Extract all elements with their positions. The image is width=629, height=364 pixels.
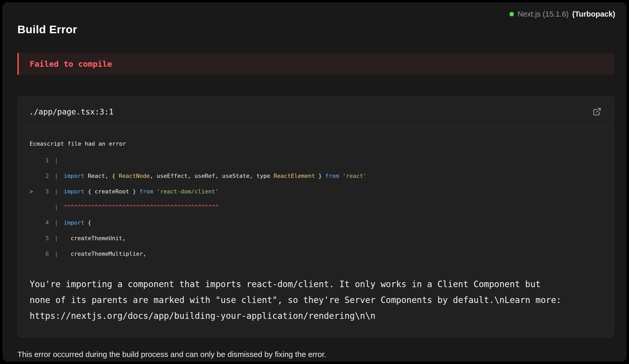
- line-number: 4: [42, 215, 49, 231]
- error-frame-card: ./app/page.tsx:3:1 Ecmascript file had a…: [17, 96, 614, 338]
- code-line: >3|import { createRoot } from 'react-dom…: [30, 184, 602, 199]
- gutter-spacer: [30, 215, 42, 231]
- gutter-spacer: [30, 231, 42, 246]
- page-title: Build Error: [17, 23, 626, 36]
- external-link-icon: [593, 107, 601, 116]
- code-token: { createRoot }: [84, 188, 140, 195]
- code-token: createThemeMultiplier,: [64, 251, 146, 257]
- code-content: createThemeUnit,: [64, 231, 125, 246]
- code-token: from: [325, 173, 339, 179]
- code-content: ^^^^^^^^^^^^^^^^^^^^^^^^^^^^^^^^^^^^^^^^…: [64, 199, 219, 215]
- gutter-spacer: [30, 199, 42, 215]
- code-content: import { createRoot } from 'react-dom/cl…: [64, 184, 219, 199]
- code-token: from: [140, 188, 153, 195]
- gutter-divider: |: [55, 215, 58, 231]
- gutter-divider: |: [55, 168, 58, 184]
- line-number: 6: [42, 246, 49, 262]
- gutter-divider: |: [55, 199, 58, 215]
- line-number: 1: [42, 153, 49, 168]
- line-number: [42, 199, 49, 215]
- code-token: 'react': [342, 173, 367, 179]
- line-number: 3: [42, 184, 49, 199]
- line-number: 2: [42, 168, 49, 184]
- code-token: [153, 188, 157, 195]
- footer-note: This error occurred during the build pro…: [17, 350, 612, 359]
- gutter-divider: |: [55, 231, 58, 246]
- code-content: import React, { ReactNode, useEffect, us…: [64, 168, 367, 184]
- code-token: ReactElement: [274, 173, 315, 179]
- gutter-divider: |: [55, 153, 58, 168]
- status-dot-icon: [509, 12, 514, 16]
- gutter-divider: |: [55, 184, 58, 199]
- code-token: [339, 173, 342, 179]
- code-token: ReactNode: [119, 173, 150, 179]
- open-in-editor-button[interactable]: [592, 106, 602, 117]
- code-token: createThemeUnit,: [64, 235, 125, 241]
- code-content: import {: [64, 215, 91, 231]
- code-line: |^^^^^^^^^^^^^^^^^^^^^^^^^^^^^^^^^^^^^^^…: [30, 199, 602, 215]
- code-lines: 1| 2|import React, { ReactNode, useEffec…: [30, 153, 602, 262]
- error-frame-body: Ecmascript file had an error 1| 2|import…: [18, 127, 614, 337]
- line-number: 5: [42, 231, 49, 246]
- code-token: , useEffect, useRef, useState, type: [150, 173, 274, 179]
- gutter-spacer: [30, 153, 42, 168]
- code-token: React, {: [84, 173, 119, 179]
- bundler-label: (Turbopack): [572, 10, 615, 18]
- gutter-divider: |: [55, 246, 58, 262]
- code-token: ^^^^^^^^^^^^^^^^^^^^^^^^^^^^^^^^^^^^^^^^…: [64, 204, 219, 210]
- error-message: You're importing a component that import…: [30, 276, 562, 324]
- code-token: {: [84, 219, 91, 226]
- code-line: 4|import {: [30, 215, 602, 231]
- gutter-spacer: [30, 246, 42, 262]
- code-token: }: [315, 173, 325, 179]
- code-line: 1|: [30, 153, 602, 168]
- build-error-overlay: Next.js (15.1.6) (Turbopack) Build Error…: [3, 3, 626, 361]
- code-line: 6| createThemeMultiplier,: [30, 246, 602, 262]
- error-frame-header: ./app/page.tsx:3:1: [18, 96, 614, 127]
- error-line-marker-icon: >: [30, 184, 42, 199]
- nextjs-version-label: Next.js (15.1.6): [518, 10, 569, 18]
- gutter-spacer: [30, 168, 42, 184]
- status-bar: Next.js (15.1.6) (Turbopack): [3, 3, 626, 18]
- file-path-label[interactable]: ./app/page.tsx:3:1: [29, 107, 114, 116]
- code-token: import: [64, 173, 84, 179]
- code-token: import: [64, 219, 84, 226]
- code-token: 'react-dom/client': [157, 188, 219, 195]
- failed-to-compile-banner: Failed to compile: [17, 53, 614, 75]
- failed-to-compile-label: Failed to compile: [30, 59, 112, 69]
- code-content: createThemeMultiplier,: [64, 246, 146, 262]
- code-line: 5| createThemeUnit,: [30, 231, 602, 246]
- code-token: import: [64, 188, 84, 195]
- error-title: Ecmascript file had an error: [30, 138, 602, 150]
- code-line: 2|import React, { ReactNode, useEffect, …: [30, 168, 602, 184]
